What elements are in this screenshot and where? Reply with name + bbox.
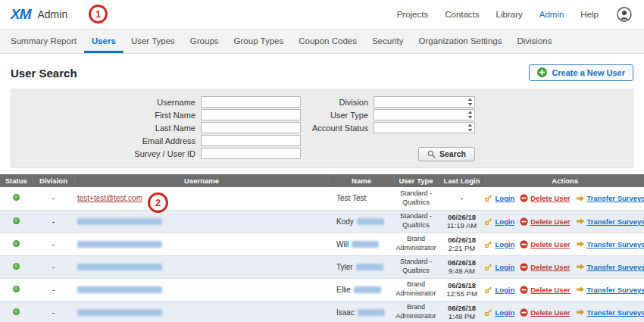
search-button-row: Search (301, 147, 475, 161)
account-status-select[interactable] (374, 122, 475, 133)
delete-link[interactable]: Delete User (520, 308, 570, 317)
transfer-label: Transfer Surveys (587, 263, 644, 271)
actions-cell: LoginDelete UserTransfer Surveys (486, 217, 644, 226)
tab-groups[interactable]: Groups (183, 30, 227, 53)
redacted-surname (352, 241, 379, 248)
status-cell (0, 187, 33, 210)
transfer-label: Transfer Surveys (587, 194, 644, 202)
form-row-survey-user-id: Survey / User ID (11, 148, 301, 159)
username-label: Username (11, 98, 201, 107)
username-input[interactable] (201, 96, 301, 108)
user-first-name: Isaac (336, 308, 355, 317)
login-link[interactable]: Login (484, 263, 514, 271)
transfer-arrow-icon (576, 195, 585, 202)
nav-contacts[interactable]: Contacts (445, 10, 479, 19)
search-button[interactable]: Search (418, 147, 475, 161)
tab-group-types[interactable]: Group Types (227, 30, 292, 53)
login-link[interactable]: Login (484, 194, 514, 202)
transfer-arrow-icon (576, 286, 585, 293)
transfer-link[interactable]: Transfer Surveys (576, 263, 644, 271)
key-icon (484, 286, 492, 294)
delete-label: Delete User (530, 194, 570, 202)
delete-user-icon (520, 263, 528, 271)
tab-security[interactable]: Security (364, 30, 411, 53)
survey-user-id-input[interactable] (201, 148, 301, 159)
delete-link[interactable]: Delete User (520, 217, 570, 226)
first-name-input[interactable] (201, 109, 301, 120)
name-cell: Tyler (329, 255, 394, 278)
form-row-division: Division (301, 96, 475, 108)
tab-organization-settings[interactable]: Organization Settings (411, 30, 509, 53)
name-cell: Isaac (329, 301, 394, 322)
last-login-cell: 06/26/189:49 AM (438, 255, 486, 278)
tab-summary-report[interactable]: Summary Report (3, 30, 84, 53)
actions-cell: LoginDelete UserTransfer Surveys (486, 263, 644, 271)
redacted-surname (358, 309, 385, 316)
nav-help[interactable]: Help (580, 10, 599, 19)
delete-link[interactable]: Delete User (520, 286, 570, 294)
user-type-select[interactable] (374, 109, 475, 120)
page-head: User Search Create a New User (11, 64, 633, 81)
user-type-cell: Standard - Qualtrics (394, 255, 438, 278)
login-link[interactable]: Login (484, 286, 514, 294)
actions-cell: LoginDelete UserTransfer Surveys (486, 194, 644, 202)
transfer-link[interactable]: Transfer Surveys (576, 217, 644, 226)
create-new-user-button[interactable]: Create a New User (529, 64, 633, 81)
redacted-username (77, 286, 162, 293)
username-link[interactable]: test+test@test.com (77, 194, 142, 202)
redacted-surname (356, 264, 383, 270)
transfer-arrow-icon (576, 217, 585, 225)
qualtrics-admin-page: XM Admin ProjectsContactsLibraryAdminHel… (0, 0, 644, 322)
column-header-division: Division (33, 174, 74, 187)
name-cell: Ellie (329, 278, 394, 301)
survey-user-id-label: Survey / User ID (11, 149, 201, 158)
login-link[interactable]: Login (484, 240, 514, 249)
user-type-cell: Standard - Qualtrics (394, 187, 438, 210)
tab-coupon-codes[interactable]: Coupon Codes (291, 30, 364, 53)
division-cell: - (33, 255, 74, 278)
actions-cell: LoginDelete UserTransfer Surveys (486, 240, 644, 249)
key-icon (484, 240, 492, 249)
login-label: Login (495, 194, 514, 202)
user-first-name: Test Test (336, 194, 366, 202)
transfer-link[interactable]: Transfer Surveys (576, 194, 644, 202)
column-header-user-type: User Type (394, 174, 438, 187)
active-status-icon (13, 194, 20, 201)
account-status-label: Account Status (301, 123, 374, 133)
nav-library[interactable]: Library (496, 10, 523, 19)
delete-label: Delete User (530, 308, 570, 317)
delete-link[interactable]: Delete User (520, 240, 570, 249)
division-cell: - (33, 233, 74, 255)
user-first-name: Ellie (336, 286, 351, 294)
transfer-link[interactable]: Transfer Surveys (576, 286, 644, 294)
column-header-status: Status (0, 174, 33, 187)
form-row-last-name: Last Name (11, 122, 301, 133)
transfer-link[interactable]: Transfer Surveys (576, 240, 644, 249)
division-select[interactable] (374, 96, 475, 108)
delete-link[interactable]: Delete User (520, 263, 570, 271)
division-cell: - (33, 210, 74, 233)
email-address-input[interactable] (201, 135, 301, 146)
nav-projects[interactable]: Projects (397, 10, 429, 19)
tab-users[interactable]: Users (84, 30, 123, 53)
last-login-cell: 06/26/181:48 PM (438, 301, 486, 322)
delete-user-icon (520, 217, 528, 226)
delete-link[interactable]: Delete User (520, 194, 570, 202)
form-row-email-address: Email Address (11, 135, 301, 146)
account-menu[interactable] (617, 7, 632, 22)
avatar-icon (617, 7, 632, 22)
user-row: -WillBrand Administrator06/26/182:21 PML… (0, 233, 644, 255)
tab-divisions[interactable]: Divisions (509, 30, 559, 53)
redacted-username (77, 264, 162, 270)
last-name-input[interactable] (201, 122, 301, 133)
form-row-user-type: User Type (301, 109, 475, 120)
active-status-icon (13, 240, 20, 247)
search-form-selects: DivisionUser TypeAccount Status (301, 96, 475, 133)
tab-user-types[interactable]: User Types (123, 30, 183, 53)
login-link[interactable]: Login (484, 217, 514, 226)
username-cell: test+test@test.com (74, 187, 329, 210)
transfer-link[interactable]: Transfer Surveys (576, 308, 644, 317)
plus-icon (537, 67, 547, 77)
login-link[interactable]: Login (484, 308, 514, 317)
nav-admin[interactable]: Admin (539, 10, 564, 19)
